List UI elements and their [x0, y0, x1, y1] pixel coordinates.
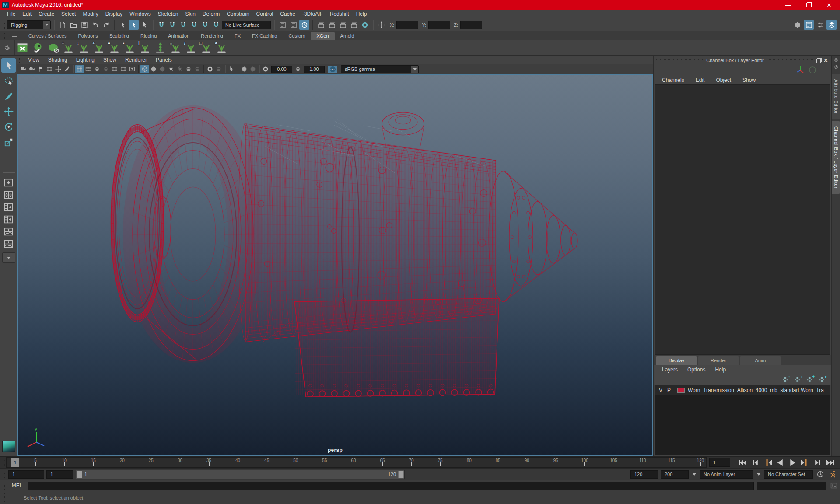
- xgen-editor-icon[interactable]: [15, 41, 30, 55]
- xgen-update-preview-icon[interactable]: [30, 41, 46, 55]
- layer-name[interactable]: Worn_Transmission_Allison_4000_mb_standa…: [688, 387, 824, 393]
- step-forward-key-button[interactable]: [800, 459, 811, 466]
- animation-end-field[interactable]: 200: [661, 470, 689, 479]
- character-set-chevron-icon[interactable]: [755, 470, 762, 479]
- wireframe-model[interactable]: [18, 75, 652, 455]
- shelf-tab-fx-caching[interactable]: FX Caching: [246, 32, 283, 40]
- y-field[interactable]: [428, 21, 450, 29]
- channel-box-menu-channels[interactable]: Channels: [656, 77, 690, 83]
- render-view-icon[interactable]: [316, 20, 326, 30]
- menu-cache[interactable]: Cache: [276, 11, 299, 17]
- exposure-field[interactable]: 0.00: [271, 66, 292, 73]
- multisample-anti-aliasing-icon[interactable]: [206, 65, 214, 74]
- go-to-end-button[interactable]: [826, 459, 836, 466]
- grid-icon[interactable]: [75, 65, 84, 74]
- create-empty-layer-icon[interactable]: +: [805, 376, 814, 383]
- xray-joints-icon[interactable]: [248, 65, 257, 74]
- menu-redshift[interactable]: Redshift: [326, 11, 353, 17]
- xgen-add-collection-icon[interactable]: +: [61, 41, 76, 55]
- character-set-field[interactable]: No Character Set: [764, 470, 813, 479]
- panel-grip[interactable]: [18, 57, 23, 63]
- layer-menu-layers[interactable]: Layers: [657, 367, 682, 373]
- range-slider-track[interactable]: 1 120: [76, 470, 405, 479]
- resolution-gate-icon[interactable]: [93, 65, 102, 74]
- create-layer-from-selected-icon[interactable]: ●: [818, 376, 826, 383]
- gate-mask-icon[interactable]: [102, 65, 110, 74]
- xgen-layers-icon[interactable]: [153, 41, 168, 55]
- persp-graph-layout[interactable]: [2, 226, 15, 237]
- xgen-create-guide-icon[interactable]: +: [91, 41, 107, 55]
- toolbar-grip[interactable]: [1, 20, 5, 30]
- shelf-tab-rendering[interactable]: Rendering: [195, 32, 229, 40]
- panel-drag-grip[interactable]: [766, 59, 814, 62]
- animation-start-field[interactable]: 1: [8, 470, 44, 479]
- safe-action-icon[interactable]: [119, 65, 128, 74]
- menu-3dtoall[interactable]: -3DtoAll-: [299, 11, 326, 17]
- close-panel-icon[interactable]: [824, 58, 829, 63]
- open-scene-icon[interactable]: [68, 20, 78, 30]
- render-settings-icon[interactable]: [349, 20, 359, 30]
- redo-icon[interactable]: [101, 20, 111, 30]
- menu-edit[interactable]: Edit: [19, 11, 35, 17]
- channel-box-empty-area[interactable]: [654, 84, 830, 355]
- rotate-manipulator-icon[interactable]: [808, 66, 816, 74]
- command-line-grip[interactable]: [1, 482, 5, 490]
- menu-modify[interactable]: Modify: [79, 11, 102, 17]
- layer-playback-toggle[interactable]: P: [666, 387, 672, 393]
- output-connections-icon[interactable]: [288, 20, 298, 30]
- current-layout-thumbnail[interactable]: [2, 441, 15, 452]
- panel-drag-grip[interactable]: [656, 59, 704, 62]
- range-end-handle[interactable]: [398, 471, 404, 478]
- select-hierarchy-icon[interactable]: [118, 20, 128, 30]
- current-frame-field[interactable]: 1: [709, 458, 730, 467]
- rotate-tool[interactable]: [1, 119, 16, 134]
- grease-pencil-icon[interactable]: [63, 65, 71, 74]
- snap-to-view-plane-icon[interactable]: [200, 20, 210, 30]
- shaded-mode-icon[interactable]: [149, 65, 158, 74]
- layout-shelf-expand-button[interactable]: [2, 252, 15, 263]
- 2d-pan-zoom-icon[interactable]: [54, 65, 63, 74]
- shelf-grip[interactable]: [4, 32, 8, 39]
- shelf-tab-sculpting[interactable]: Sculpting: [104, 32, 135, 40]
- channel-box-menu-object[interactable]: Object: [710, 77, 737, 83]
- undo-icon[interactable]: [90, 20, 100, 30]
- animation-preferences-icon[interactable]: [828, 470, 838, 479]
- axis-manipulator-icon[interactable]: [796, 66, 805, 74]
- help-line-grip[interactable]: [1, 493, 5, 503]
- live-surface-field[interactable]: No Live Surface: [222, 21, 271, 29]
- viewport-menu-shading[interactable]: Shading: [44, 57, 72, 63]
- go-to-start-button[interactable]: [737, 459, 747, 466]
- move-layer-down-icon[interactable]: ↓: [793, 376, 802, 383]
- xgen-lock-guides-icon[interactable]: ▪: [122, 41, 137, 55]
- play-forward-button[interactable]: [788, 459, 798, 466]
- playback-end-field[interactable]: 120: [630, 470, 658, 479]
- xgen-create-description-icon[interactable]: [46, 41, 61, 55]
- xgen-guide-width-icon[interactable]: ↔: [168, 41, 183, 55]
- playback-start-field[interactable]: 1: [46, 470, 74, 479]
- single-pane-layout[interactable]: [2, 177, 15, 188]
- menu-display[interactable]: Display: [102, 11, 126, 17]
- shelf-tab-animation[interactable]: Animation: [162, 32, 195, 40]
- viewport-canvas[interactable]: y persp: [18, 74, 653, 456]
- hypershade-icon[interactable]: [360, 20, 370, 30]
- show-panel-icon[interactable]: [833, 57, 839, 63]
- shelf-tab-xgen[interactable]: XGen: [311, 32, 334, 40]
- color-management-toggle[interactable]: on: [328, 66, 337, 73]
- field-chart-icon[interactable]: [110, 65, 119, 74]
- shadows-icon[interactable]: [175, 65, 184, 74]
- channel-box-menu-show[interactable]: Show: [737, 77, 761, 83]
- script-editor-icon[interactable]: [829, 481, 839, 490]
- outliner-graph-layout[interactable]: [2, 238, 15, 249]
- lasso-select-tool[interactable]: [1, 74, 16, 88]
- restore-icon[interactable]: [806, 2, 812, 8]
- channel-box-menu-edit[interactable]: Edit: [690, 77, 710, 83]
- layer-row[interactable]: V P Worn_Transmission_Allison_4000_mb_st…: [655, 385, 830, 395]
- step-back-frame-button[interactable]: [749, 459, 760, 466]
- viewport-menu-renderer[interactable]: Renderer: [121, 57, 151, 63]
- sidebar-tab-attribute-editor[interactable]: Attribute Editor: [832, 74, 840, 119]
- sidebar-tab-channel-box-layer-editor[interactable]: Channel Box / Layer Editor: [832, 121, 840, 194]
- range-slider-grip[interactable]: [1, 470, 5, 479]
- safe-title-icon[interactable]: [128, 65, 136, 74]
- shelf-tab-custom[interactable]: Custom: [283, 32, 311, 40]
- anim-layer-field[interactable]: No Anim Layer: [700, 470, 753, 479]
